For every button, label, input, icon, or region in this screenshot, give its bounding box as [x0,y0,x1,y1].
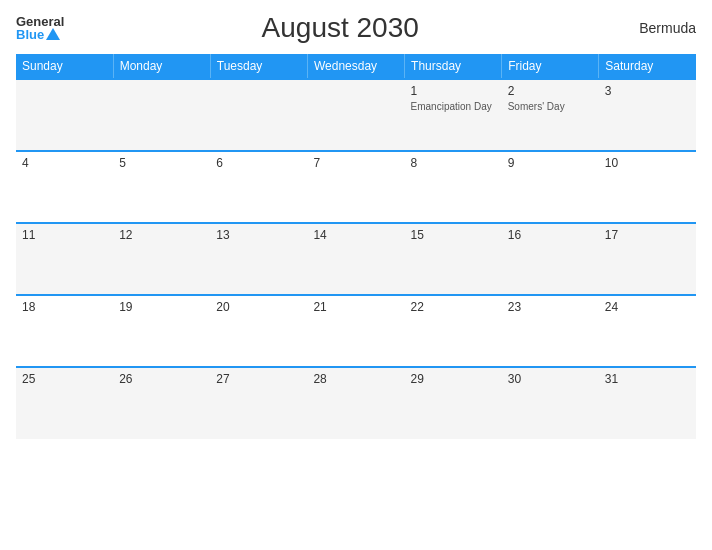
calendar-week-row: 1Emancipation Day2Somers' Day3 [16,79,696,151]
header-sunday: Sunday [16,54,113,79]
calendar-cell: 16 [502,223,599,295]
calendar-cell: 7 [307,151,404,223]
calendar-cell: 3 [599,79,696,151]
day-number: 24 [605,300,690,314]
calendar-cell: 19 [113,295,210,367]
calendar-body: 1Emancipation Day2Somers' Day34567891011… [16,79,696,439]
day-number: 27 [216,372,301,386]
day-number: 25 [22,372,107,386]
calendar-cell: 4 [16,151,113,223]
calendar-week-row: 11121314151617 [16,223,696,295]
day-number: 26 [119,372,204,386]
header-saturday: Saturday [599,54,696,79]
calendar-cell: 13 [210,223,307,295]
day-number: 12 [119,228,204,242]
calendar-cell [113,79,210,151]
day-number: 8 [411,156,496,170]
day-number: 19 [119,300,204,314]
day-number: 4 [22,156,107,170]
calendar-table: Sunday Monday Tuesday Wednesday Thursday… [16,54,696,439]
day-number: 1 [411,84,496,98]
calendar-cell: 6 [210,151,307,223]
day-number: 13 [216,228,301,242]
day-number: 17 [605,228,690,242]
calendar-cell: 15 [405,223,502,295]
day-number: 16 [508,228,593,242]
header-thursday: Thursday [405,54,502,79]
day-number: 14 [313,228,398,242]
calendar-cell: 29 [405,367,502,439]
header-monday: Monday [113,54,210,79]
calendar-cell: 23 [502,295,599,367]
calendar-cell: 26 [113,367,210,439]
day-number: 6 [216,156,301,170]
calendar-cell: 5 [113,151,210,223]
page: General Blue August 2030 Bermuda Sunday … [0,0,712,550]
calendar-title: August 2030 [64,12,616,44]
day-number: 20 [216,300,301,314]
calendar-cell: 30 [502,367,599,439]
day-number: 28 [313,372,398,386]
calendar-week-row: 18192021222324 [16,295,696,367]
calendar-cell: 21 [307,295,404,367]
calendar-cell: 2Somers' Day [502,79,599,151]
day-number: 2 [508,84,593,98]
day-number: 10 [605,156,690,170]
header-wednesday: Wednesday [307,54,404,79]
calendar-cell: 9 [502,151,599,223]
holiday-label: Emancipation Day [411,100,496,113]
calendar-header: Sunday Monday Tuesday Wednesday Thursday… [16,54,696,79]
day-number: 15 [411,228,496,242]
region-label: Bermuda [616,20,696,36]
calendar-week-row: 25262728293031 [16,367,696,439]
calendar-week-row: 45678910 [16,151,696,223]
day-number: 21 [313,300,398,314]
logo: General Blue [16,15,64,41]
calendar-cell: 8 [405,151,502,223]
calendar-cell: 24 [599,295,696,367]
day-number: 30 [508,372,593,386]
day-number: 3 [605,84,690,98]
calendar-cell: 12 [113,223,210,295]
calendar-cell: 27 [210,367,307,439]
day-number: 9 [508,156,593,170]
day-number: 29 [411,372,496,386]
day-number: 11 [22,228,107,242]
day-number: 18 [22,300,107,314]
day-number: 7 [313,156,398,170]
calendar-cell: 10 [599,151,696,223]
day-number: 5 [119,156,204,170]
calendar-cell: 14 [307,223,404,295]
logo-blue-text: Blue [16,28,44,41]
header-tuesday: Tuesday [210,54,307,79]
day-number: 23 [508,300,593,314]
calendar-cell: 1Emancipation Day [405,79,502,151]
calendar-cell: 31 [599,367,696,439]
calendar-cell: 25 [16,367,113,439]
logo-triangle-icon [46,28,60,40]
calendar-cell: 22 [405,295,502,367]
calendar-cell: 18 [16,295,113,367]
header: General Blue August 2030 Bermuda [16,12,696,44]
calendar-cell [210,79,307,151]
calendar-cell: 20 [210,295,307,367]
weekday-header-row: Sunday Monday Tuesday Wednesday Thursday… [16,54,696,79]
day-number: 22 [411,300,496,314]
calendar-cell: 11 [16,223,113,295]
calendar-cell: 17 [599,223,696,295]
day-number: 31 [605,372,690,386]
calendar-cell: 28 [307,367,404,439]
holiday-label: Somers' Day [508,100,593,113]
calendar-cell [307,79,404,151]
calendar-cell [16,79,113,151]
header-friday: Friday [502,54,599,79]
